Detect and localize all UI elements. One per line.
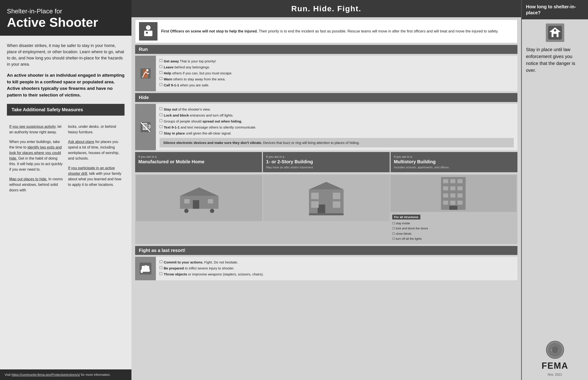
officers-bold: First Officers on scene will not stop to… [161,29,258,33]
run-header: Run [135,45,517,54]
building2-subtitle: If you are in a [266,155,386,159]
hide-bullet-1: Stay out of the shooter's view. [160,107,514,112]
fema-link[interactable]: https://community.fema.gov/ProtectiveAct… [12,373,80,377]
checkbox-icon [160,107,162,110]
svg-rect-41 [443,201,448,205]
struct-item-2: ☐ lock and block the doors [392,226,515,231]
svg-rect-36 [450,186,455,190]
safety-content: If you see suspicious activity, let an a… [7,120,125,197]
run-bullet-3-text: Help others if you can, but you must esc… [164,71,232,76]
svg-rect-39 [450,193,455,198]
hide-section: Stay out of the shooter's view. Lock and… [135,104,517,150]
safety-p5: Ask about plans for places you spend a l… [68,139,122,161]
svg-rect-37 [458,186,462,190]
run-bullet-2: Leave behind any belongings. [160,64,514,70]
silence-box: Silence electronic devices and make sure… [160,138,514,147]
shelter-icon [546,23,564,42]
svg-rect-28 [311,201,319,208]
run-bullet-2-text: Leave behind any belongings. [164,64,210,70]
hide-icon-box [135,104,156,150]
safety-col-right: locks, under desks, or behind heavy furn… [66,124,125,197]
struct-item-3: ☐ close blinds [392,231,515,236]
svg-marker-17 [180,188,218,196]
svg-point-6 [146,69,148,71]
identify-exits-link: identify two exits and look for places w… [9,145,62,160]
police-officer-icon [141,24,155,38]
svg-rect-29 [333,201,340,208]
page-subtitle: Shelter-in-Place for [7,7,125,15]
middle-content: First Officers on scene will not stop to… [131,17,521,380]
checkbox-icon [160,59,162,62]
svg-point-55 [554,29,556,32]
svg-rect-32 [443,179,448,183]
hide-bullet-2: Lock and block entrances and turn off li… [160,113,514,118]
silence-bold: Silence electronic devices and make sure… [163,141,262,145]
hide-bullet-4: Text 9-1-1 and text message others to si… [160,125,514,130]
building2-title: 1- or 2-Story Building [266,159,386,164]
suspicious-activity-link: If you see suspicious activity, [9,125,57,129]
hide-bullet-3-text: Groups of people should spread out when … [164,119,242,124]
shelter-icon-svg [547,25,563,41]
run-hide-fight-title: Run. Hide. Fight. [291,4,361,13]
fight-icon [137,261,154,277]
officers-rest: Their priority is to end the incident as… [259,29,499,33]
story-building-image [263,175,389,221]
safety-p1: If you see suspicious activity, let an a… [9,124,63,135]
svg-point-21 [184,209,189,213]
fema-date: Nov. 2021 [548,373,562,376]
hide-bullet-4-text: Text 9-1-1 and text message others to si… [164,125,256,130]
run-icon-box: 🚪 [135,56,156,91]
run-bullet-4-text: Warn others to stay away from the area. [164,76,226,82]
run-bullet-4: Warn others to stay away from the area. [160,76,514,82]
building-card-2: If you are in a 1- or 2-Story Building M… [263,152,390,172]
fight-section: Commit to your actions. Fight. Do not he… [135,257,517,280]
building3-subtitle: If you are in a [394,155,514,159]
bold-description: An active shooter is an individual engag… [7,72,125,98]
fema-seal-icon: FEMA [546,341,564,359]
safety-p2: When you enter buildings, take the time … [9,139,63,172]
fight-bullets: Commit to your actions. Fight. Do not he… [156,257,517,280]
mobile-home-image [136,175,262,221]
safety-box-title: Take Additional Safety Measures [12,107,83,112]
multistory-image [390,175,517,212]
middle-panel: Run. Hide. Fight. First Officers on scen… [131,0,521,380]
hide-bullet-2-text: Lock and block entrances and turn off li… [164,113,233,118]
svg-rect-20 [208,199,213,204]
building1-subtitle: If you are in a [138,155,259,159]
svg-rect-38 [443,193,448,198]
hide-icon [139,120,152,134]
svg-rect-26 [311,193,319,199]
run-section: 🚪 Get away That is your top priority! Le… [135,56,517,91]
all-structures-info: For all structures ☐ stay inside ☐ lock … [390,213,517,243]
run-bullet-5: Call 9-1-1 when you are safe. [160,82,514,88]
drill-link: If you participate in an active shooter … [68,166,115,175]
silence-rest: Devices that buzz or ring will bring att… [263,141,360,145]
checkbox-icon [160,119,162,122]
svg-rect-50 [141,269,143,273]
map-places-link: Map out places to hide. [9,177,47,181]
struct-item-1: ☐ stay inside [392,221,515,226]
all-structures-list: ☐ stay inside ☐ lock and block the doors… [392,221,515,241]
checkbox-icon [160,125,162,128]
hide-bullet-3: Groups of people should spread out when … [160,119,514,124]
svg-rect-18 [193,200,199,209]
svg-rect-30 [309,213,344,215]
svg-point-14 [145,129,146,130]
building3-title: Multistory Building [394,159,514,164]
svg-rect-44 [449,206,458,210]
run-bullet-1-text: Get away That is your top priority! [164,58,216,64]
checkbox-icon [160,77,162,80]
safety-p6: If you participate in an active shooter … [68,165,122,188]
safety-p3: Map out places to hide. In rooms without… [9,176,63,193]
left-header: Shelter-in-Place for Active Shooter [0,0,131,36]
checkbox-icon [160,113,162,116]
fight-bullet-1-text: Commit to your actions. Fight. Do not he… [164,260,238,265]
checkbox-icon [160,272,162,275]
fight-icon-box [135,257,156,280]
ask-plans-link: Ask about plans [68,140,94,144]
page-title: Active Shooter [7,15,125,29]
multistory-svg [435,175,472,212]
svg-rect-42 [450,201,455,205]
right-body-text: Stay in place until law enforcement give… [526,46,584,74]
left-footer: Visit https://community.fema.gov/Protect… [0,369,131,380]
